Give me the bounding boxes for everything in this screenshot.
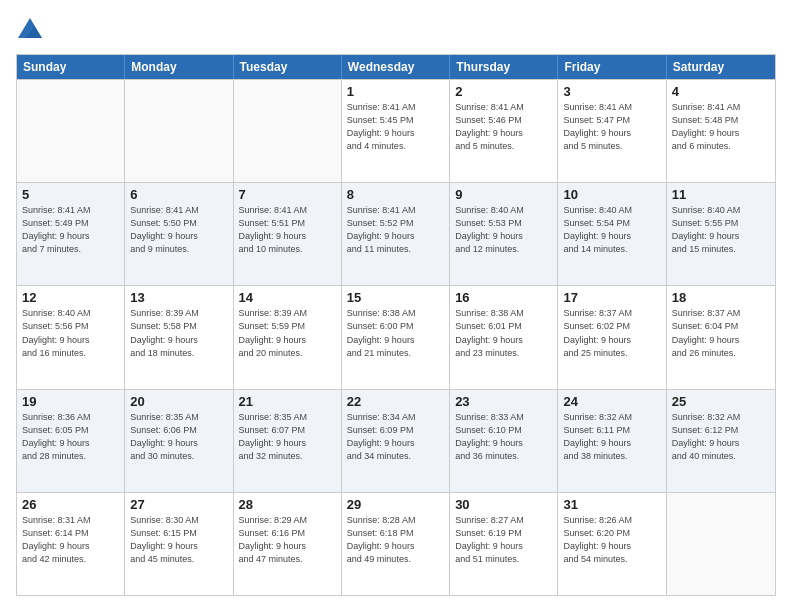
calendar-header-row: SundayMondayTuesdayWednesdayThursdayFrid…: [17, 55, 775, 79]
day-number: 23: [455, 394, 552, 409]
day-number: 29: [347, 497, 444, 512]
day-cell-7: 7Sunrise: 8:41 AM Sunset: 5:51 PM Daylig…: [234, 183, 342, 285]
day-number: 30: [455, 497, 552, 512]
day-number: 27: [130, 497, 227, 512]
day-cell-30: 30Sunrise: 8:27 AM Sunset: 6:19 PM Dayli…: [450, 493, 558, 595]
day-info: Sunrise: 8:41 AM Sunset: 5:49 PM Dayligh…: [22, 204, 119, 256]
week-row-1: 5Sunrise: 8:41 AM Sunset: 5:49 PM Daylig…: [17, 182, 775, 285]
day-number: 28: [239, 497, 336, 512]
day-info: Sunrise: 8:39 AM Sunset: 5:58 PM Dayligh…: [130, 307, 227, 359]
day-info: Sunrise: 8:41 AM Sunset: 5:51 PM Dayligh…: [239, 204, 336, 256]
day-number: 31: [563, 497, 660, 512]
week-row-4: 26Sunrise: 8:31 AM Sunset: 6:14 PM Dayli…: [17, 492, 775, 595]
day-cell-10: 10Sunrise: 8:40 AM Sunset: 5:54 PM Dayli…: [558, 183, 666, 285]
day-cell-12: 12Sunrise: 8:40 AM Sunset: 5:56 PM Dayli…: [17, 286, 125, 388]
day-cell-24: 24Sunrise: 8:32 AM Sunset: 6:11 PM Dayli…: [558, 390, 666, 492]
day-number: 14: [239, 290, 336, 305]
logo-icon: [16, 16, 44, 44]
logo: [16, 16, 48, 44]
day-number: 12: [22, 290, 119, 305]
day-cell-28: 28Sunrise: 8:29 AM Sunset: 6:16 PM Dayli…: [234, 493, 342, 595]
day-cell-2: 2Sunrise: 8:41 AM Sunset: 5:46 PM Daylig…: [450, 80, 558, 182]
day-cell-14: 14Sunrise: 8:39 AM Sunset: 5:59 PM Dayli…: [234, 286, 342, 388]
day-number: 5: [22, 187, 119, 202]
day-number: 3: [563, 84, 660, 99]
day-info: Sunrise: 8:36 AM Sunset: 6:05 PM Dayligh…: [22, 411, 119, 463]
day-info: Sunrise: 8:41 AM Sunset: 5:45 PM Dayligh…: [347, 101, 444, 153]
day-number: 22: [347, 394, 444, 409]
day-number: 17: [563, 290, 660, 305]
week-row-3: 19Sunrise: 8:36 AM Sunset: 6:05 PM Dayli…: [17, 389, 775, 492]
day-info: Sunrise: 8:26 AM Sunset: 6:20 PM Dayligh…: [563, 514, 660, 566]
day-cell-19: 19Sunrise: 8:36 AM Sunset: 6:05 PM Dayli…: [17, 390, 125, 492]
header-day-saturday: Saturday: [667, 55, 775, 79]
day-info: Sunrise: 8:40 AM Sunset: 5:55 PM Dayligh…: [672, 204, 770, 256]
day-cell-4: 4Sunrise: 8:41 AM Sunset: 5:48 PM Daylig…: [667, 80, 775, 182]
day-cell-11: 11Sunrise: 8:40 AM Sunset: 5:55 PM Dayli…: [667, 183, 775, 285]
day-info: Sunrise: 8:35 AM Sunset: 6:07 PM Dayligh…: [239, 411, 336, 463]
day-number: 11: [672, 187, 770, 202]
day-cell-13: 13Sunrise: 8:39 AM Sunset: 5:58 PM Dayli…: [125, 286, 233, 388]
day-number: 25: [672, 394, 770, 409]
day-info: Sunrise: 8:30 AM Sunset: 6:15 PM Dayligh…: [130, 514, 227, 566]
day-cell-25: 25Sunrise: 8:32 AM Sunset: 6:12 PM Dayli…: [667, 390, 775, 492]
day-cell-1: 1Sunrise: 8:41 AM Sunset: 5:45 PM Daylig…: [342, 80, 450, 182]
day-cell-23: 23Sunrise: 8:33 AM Sunset: 6:10 PM Dayli…: [450, 390, 558, 492]
day-number: 13: [130, 290, 227, 305]
day-info: Sunrise: 8:41 AM Sunset: 5:52 PM Dayligh…: [347, 204, 444, 256]
day-cell-26: 26Sunrise: 8:31 AM Sunset: 6:14 PM Dayli…: [17, 493, 125, 595]
day-info: Sunrise: 8:39 AM Sunset: 5:59 PM Dayligh…: [239, 307, 336, 359]
day-info: Sunrise: 8:41 AM Sunset: 5:48 PM Dayligh…: [672, 101, 770, 153]
day-info: Sunrise: 8:41 AM Sunset: 5:47 PM Dayligh…: [563, 101, 660, 153]
week-row-2: 12Sunrise: 8:40 AM Sunset: 5:56 PM Dayli…: [17, 285, 775, 388]
page: SundayMondayTuesdayWednesdayThursdayFrid…: [0, 0, 792, 612]
day-cell-5: 5Sunrise: 8:41 AM Sunset: 5:49 PM Daylig…: [17, 183, 125, 285]
day-number: 16: [455, 290, 552, 305]
header-day-thursday: Thursday: [450, 55, 558, 79]
day-cell-15: 15Sunrise: 8:38 AM Sunset: 6:00 PM Dayli…: [342, 286, 450, 388]
day-cell-18: 18Sunrise: 8:37 AM Sunset: 6:04 PM Dayli…: [667, 286, 775, 388]
day-cell-20: 20Sunrise: 8:35 AM Sunset: 6:06 PM Dayli…: [125, 390, 233, 492]
header-day-friday: Friday: [558, 55, 666, 79]
day-number: 7: [239, 187, 336, 202]
day-number: 18: [672, 290, 770, 305]
empty-cell: [125, 80, 233, 182]
day-number: 24: [563, 394, 660, 409]
week-row-0: 1Sunrise: 8:41 AM Sunset: 5:45 PM Daylig…: [17, 79, 775, 182]
day-cell-27: 27Sunrise: 8:30 AM Sunset: 6:15 PM Dayli…: [125, 493, 233, 595]
day-info: Sunrise: 8:41 AM Sunset: 5:50 PM Dayligh…: [130, 204, 227, 256]
day-info: Sunrise: 8:32 AM Sunset: 6:12 PM Dayligh…: [672, 411, 770, 463]
day-info: Sunrise: 8:29 AM Sunset: 6:16 PM Dayligh…: [239, 514, 336, 566]
day-number: 20: [130, 394, 227, 409]
day-number: 2: [455, 84, 552, 99]
day-info: Sunrise: 8:41 AM Sunset: 5:46 PM Dayligh…: [455, 101, 552, 153]
day-number: 9: [455, 187, 552, 202]
day-info: Sunrise: 8:37 AM Sunset: 6:02 PM Dayligh…: [563, 307, 660, 359]
day-info: Sunrise: 8:38 AM Sunset: 6:00 PM Dayligh…: [347, 307, 444, 359]
day-cell-3: 3Sunrise: 8:41 AM Sunset: 5:47 PM Daylig…: [558, 80, 666, 182]
day-number: 8: [347, 187, 444, 202]
empty-cell: [667, 493, 775, 595]
day-info: Sunrise: 8:37 AM Sunset: 6:04 PM Dayligh…: [672, 307, 770, 359]
day-cell-8: 8Sunrise: 8:41 AM Sunset: 5:52 PM Daylig…: [342, 183, 450, 285]
day-number: 10: [563, 187, 660, 202]
day-cell-16: 16Sunrise: 8:38 AM Sunset: 6:01 PM Dayli…: [450, 286, 558, 388]
header-day-sunday: Sunday: [17, 55, 125, 79]
header: [16, 16, 776, 44]
day-cell-17: 17Sunrise: 8:37 AM Sunset: 6:02 PM Dayli…: [558, 286, 666, 388]
day-info: Sunrise: 8:40 AM Sunset: 5:54 PM Dayligh…: [563, 204, 660, 256]
day-number: 4: [672, 84, 770, 99]
header-day-monday: Monday: [125, 55, 233, 79]
day-info: Sunrise: 8:27 AM Sunset: 6:19 PM Dayligh…: [455, 514, 552, 566]
day-cell-22: 22Sunrise: 8:34 AM Sunset: 6:09 PM Dayli…: [342, 390, 450, 492]
day-info: Sunrise: 8:38 AM Sunset: 6:01 PM Dayligh…: [455, 307, 552, 359]
day-cell-9: 9Sunrise: 8:40 AM Sunset: 5:53 PM Daylig…: [450, 183, 558, 285]
day-number: 21: [239, 394, 336, 409]
day-info: Sunrise: 8:33 AM Sunset: 6:10 PM Dayligh…: [455, 411, 552, 463]
day-info: Sunrise: 8:31 AM Sunset: 6:14 PM Dayligh…: [22, 514, 119, 566]
day-number: 1: [347, 84, 444, 99]
empty-cell: [234, 80, 342, 182]
day-number: 26: [22, 497, 119, 512]
day-info: Sunrise: 8:34 AM Sunset: 6:09 PM Dayligh…: [347, 411, 444, 463]
day-info: Sunrise: 8:32 AM Sunset: 6:11 PM Dayligh…: [563, 411, 660, 463]
